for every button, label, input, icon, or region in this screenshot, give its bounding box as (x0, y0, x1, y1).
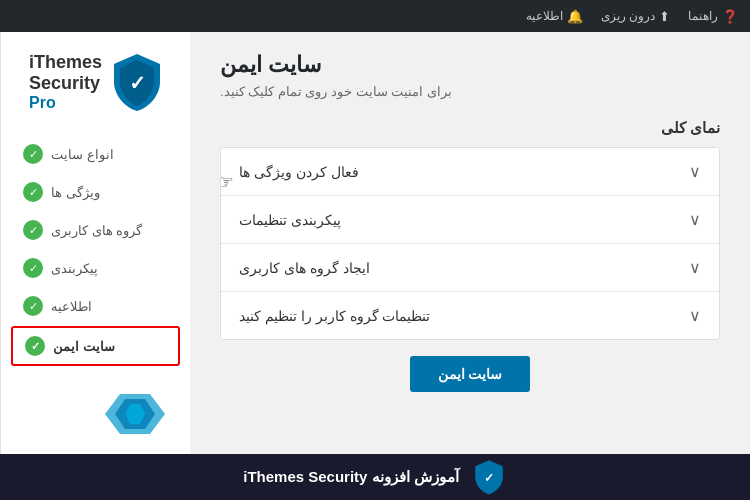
import-icon: ⬆ (659, 9, 670, 24)
sidebar-item-label-2: گروه های کاربری (51, 223, 142, 238)
accordion-item-3[interactable]: ∨ ایجاد گروه های کاربری (221, 244, 719, 292)
accordion-label-1: فعال کردن ویژگی ها (239, 164, 359, 180)
accordion-label-2: پیکربندی تنظیمات (239, 212, 341, 228)
sidebar-item-label-4: اطلاعیه (51, 299, 92, 314)
chevron-icon-2: ∨ (689, 210, 701, 229)
chevron-icon-1: ∨ (689, 162, 701, 181)
help-icon: ❓ (722, 9, 738, 24)
diamond-decoration (100, 384, 180, 444)
sidebar-item-notice[interactable]: اطلاعیه ✓ (11, 288, 180, 324)
accordion-label-3: ایجاد گروه های کاربری (239, 260, 370, 276)
shield-icon: ✓ (112, 52, 162, 112)
check-icon-4: ✓ (23, 296, 43, 316)
sidebar-nav: انواع سایت ✓ ویژگی ها ✓ گروه های کاربری … (11, 136, 180, 366)
nav-import[interactable]: ⬆ درون ریزی (601, 9, 670, 24)
check-icon-5: ✓ (25, 336, 45, 356)
brand-security: Security (29, 73, 102, 94)
brand-logo: ✓ iThemes Security Pro (29, 52, 162, 112)
brand-ithemes: iThemes (29, 52, 102, 73)
svg-text:✓: ✓ (484, 471, 494, 485)
bottom-decoration (11, 374, 180, 444)
sidebar-item-label-5: سایت ایمن (53, 339, 115, 354)
sidebar-item-label-1: ویژگی ها (51, 185, 100, 200)
sidebar-item-features[interactable]: ویژگی ها ✓ (11, 174, 180, 210)
accordion-container: ∨ فعال کردن ویژگی ها ∨ پیکربندی تنظیمات … (220, 147, 720, 340)
bottom-shield-icon: ✓ (471, 459, 507, 495)
sidebar-item-site-types[interactable]: انواع سایت ✓ (11, 136, 180, 172)
safe-site-button[interactable]: سایت ایمن (410, 356, 531, 392)
sidebar-item-label-3: پیکربندی (51, 261, 98, 276)
bottom-bar-text: آموزش افزونه iThemes Security (243, 468, 459, 486)
bell-icon: 🔔 (567, 9, 583, 24)
brand-pro: Pro (29, 94, 102, 112)
svg-text:✓: ✓ (129, 72, 146, 94)
content-area: سایت ایمن برای امنیت سایت خود روی تمام ک… (190, 32, 750, 454)
check-icon-1: ✓ (23, 182, 43, 202)
bottom-bar-wrapper: ✓ آموزش افزونه iThemes Security (0, 454, 750, 500)
page-subtitle: برای امنیت سایت خود روی تمام کلیک کنید. (220, 84, 452, 99)
accordion-item-4[interactable]: ∨ تنظیمات گروه کاربر را تنظیم کنید (221, 292, 719, 339)
nav-help[interactable]: ❓ راهنما (688, 9, 738, 24)
main-layout: سایت ایمن برای امنیت سایت خود روی تمام ک… (0, 32, 750, 454)
sidebar-item-safe-site[interactable]: سایت ایمن ✓ (11, 326, 180, 366)
sidebar: ✓ iThemes Security Pro انواع سایت ✓ ویژگ… (0, 32, 190, 454)
brand-text: iThemes Security Pro (29, 52, 102, 112)
sidebar-item-label-0: انواع سایت (51, 147, 114, 162)
chevron-icon-3: ∨ (689, 258, 701, 277)
bottom-bar: ✓ آموزش افزونه iThemes Security (0, 454, 750, 500)
sidebar-item-user-groups[interactable]: گروه های کاربری ✓ (11, 212, 180, 248)
chevron-icon-4: ∨ (689, 306, 701, 325)
accordion-item-2[interactable]: ∨ پیکربندی تنظیمات (221, 196, 719, 244)
page-title: سایت ایمن (220, 52, 321, 78)
nav-notification[interactable]: 🔔 اطلاعیه (526, 9, 583, 24)
accordion-item-1[interactable]: ∨ فعال کردن ویژگی ها (221, 148, 719, 196)
accordion-label-4: تنظیمات گروه کاربر را تنظیم کنید (239, 308, 430, 324)
check-icon-2: ✓ (23, 220, 43, 240)
check-icon-0: ✓ (23, 144, 43, 164)
section-label: نمای کلی (220, 119, 720, 137)
top-navigation: ❓ راهنما ⬆ درون ریزی 🔔 اطلاعیه (0, 0, 750, 32)
sidebar-item-config[interactable]: پیکربندی ✓ (11, 250, 180, 286)
check-icon-3: ✓ (23, 258, 43, 278)
